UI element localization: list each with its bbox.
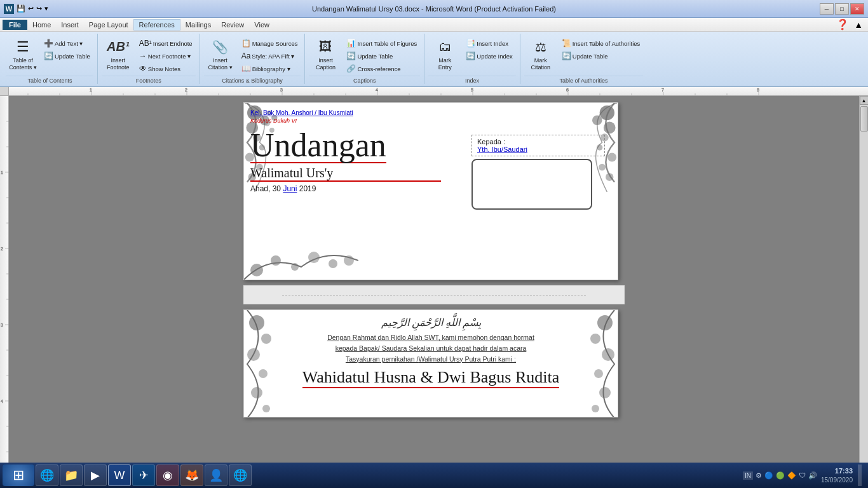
show-notes-btn[interactable]: 👁 Show Notes — [136, 63, 196, 74]
horizontal-ruler: 1 2 3 4 5 6 7 8 — [9, 87, 868, 96]
style-btn[interactable]: Aa Style: APA Fift ▾ — [238, 50, 301, 62]
svg-point-71 — [250, 264, 263, 276]
taskbar-media[interactable]: ▶ — [84, 464, 107, 486]
sys-icon-1: ⚙ — [756, 471, 762, 480]
menu-file[interactable]: File — [3, 20, 27, 30]
cross-reference-btn[interactable]: 🔗 Cross-reference — [343, 63, 420, 74]
svg-point-75 — [329, 259, 337, 268]
customize-btn[interactable]: ▾ — [44, 4, 48, 13]
arabic-text: بِسْمِ اللَّهِ الرَّحْمَنِ الرَّحِيم — [295, 316, 567, 329]
add-text-icon: ➕ — [44, 39, 53, 48]
vertical-scrollbar[interactable]: ▲ ▼ — [859, 96, 868, 472]
redo-btn[interactable]: ↪ — [36, 4, 42, 13]
kepada-label: Kepada : — [477, 138, 599, 146]
couple-names: Wahidatul Husna & Dwi Bagus Rudita — [302, 368, 559, 388]
scroll-thumb[interactable] — [860, 106, 868, 132]
taskbar-word[interactable]: W — [108, 464, 131, 486]
menu-pagelayout[interactable]: Page Layout — [84, 20, 133, 30]
menu-insert[interactable]: Insert — [56, 20, 84, 30]
svg-point-78 — [261, 334, 271, 344]
next-footnote-btn[interactable]: → Next Footnote ▾ — [136, 50, 196, 62]
svg-text:8: 8 — [757, 88, 759, 92]
group-toc-label: Table of Contents — [6, 76, 93, 84]
insert-caption-btn[interactable]: 🖼 InsertCaption — [309, 35, 342, 73]
separator-line — [282, 295, 586, 295]
svg-text:1: 1 — [1, 170, 3, 175]
svg-point-72 — [271, 255, 281, 266]
mark-citation-btn[interactable]: ⚖ MarkCitation — [524, 35, 557, 73]
style-icon: Aa — [241, 51, 251, 60]
sender-sub: Kedurus Dukuh VI — [250, 118, 441, 124]
clock-date: 15/09/2020 — [821, 476, 853, 484]
menu-review[interactable]: Review — [216, 20, 249, 30]
insert-citation-btn[interactable]: 📎 InsertCitation ▾ — [204, 35, 237, 73]
undo-btn[interactable]: ↩ — [28, 4, 34, 13]
next-footnote-icon: → — [139, 51, 147, 60]
invitation-date: Ahad, 30 Juni 2019 — [250, 184, 441, 193]
update-table-authorities-btn[interactable]: 🔄 Update Table — [559, 50, 644, 62]
menu-mailings[interactable]: Mailings — [180, 20, 216, 30]
ruler-container: 1 2 3 4 5 6 7 8 — [0, 87, 868, 96]
ribbon-toggle[interactable]: ▲ — [851, 20, 865, 30]
document-area[interactable]: Kel. Bpk Moh. Anshori / Ibu Kusmiati Ked… — [9, 96, 859, 472]
taskbar-person[interactable]: 👤 — [205, 464, 227, 486]
update-table-captions-btn[interactable]: 🔄 Update Table — [343, 50, 420, 62]
svg-text:4: 4 — [376, 88, 378, 92]
group-index-label: Index — [428, 76, 516, 84]
help-btn[interactable]: ❓ — [834, 18, 851, 30]
insert-endnote-btn[interactable]: AB¹ Insert Endnote — [136, 37, 196, 49]
quick-save[interactable]: 💾 — [17, 4, 25, 13]
document-pages: Kel. Bpk Moh. Anshori / Ibu Kusmiati Ked… — [243, 102, 625, 466]
menu-references[interactable]: References — [133, 19, 180, 30]
start-button[interactable]: ⊞ — [3, 464, 34, 486]
manage-sources-icon: 📋 — [241, 39, 251, 48]
table-of-contents-btn[interactable]: ☰ Table ofContents ▾ — [6, 35, 39, 73]
svg-point-76 — [344, 255, 354, 266]
maximize-button[interactable]: □ — [835, 3, 849, 15]
svg-point-68 — [607, 153, 616, 162]
sys-icon-6: 🔊 — [808, 471, 817, 480]
close-button[interactable]: ✕ — [850, 3, 864, 15]
sys-icon-5: 🛡 — [799, 471, 806, 479]
bibliography-btn[interactable]: 📖 Bibliography ▾ — [238, 63, 301, 74]
add-text-btn[interactable]: ➕ Add Text ▾ — [41, 37, 93, 49]
update-index-btn[interactable]: 🔄 Update Index — [463, 50, 516, 62]
sys-icon-3: 🟢 — [776, 471, 785, 480]
taskbar-explorer[interactable]: 📁 — [60, 464, 83, 486]
update-index-icon: 🔄 — [466, 51, 475, 60]
svg-text:5: 5 — [471, 88, 473, 92]
toc-icon: ☰ — [13, 37, 32, 56]
body-line1: Dengan Rahmat dan Ridlo Allah SWT, kami … — [327, 334, 534, 341]
update-captions-icon: 🔄 — [346, 51, 356, 60]
show-desktop-btn[interactable] — [858, 464, 862, 486]
taskbar-network[interactable]: 🌐 — [229, 464, 252, 486]
menu-home[interactable]: Home — [27, 20, 56, 30]
kepada-name: Yth. Ibu/Saudari — [477, 146, 599, 153]
scroll-up-arrow[interactable]: ▲ — [860, 96, 869, 105]
clock[interactable]: 17:33 15/09/2020 — [821, 466, 853, 484]
mark-entry-btn[interactable]: 🗂 MarkEntry — [428, 35, 461, 73]
taskbar-chrome[interactable]: ◉ — [156, 464, 179, 486]
manage-sources-btn[interactable]: 📋 Manage Sources — [238, 37, 301, 49]
taskbar-telegram[interactable]: ✈ — [132, 464, 155, 486]
insert-index-btn[interactable]: 📑 Insert Index — [463, 37, 516, 49]
body-line2: kepada Bapak/ Saudara Sekalian untuk dap… — [336, 344, 527, 352]
insert-authorities-btn[interactable]: 📜 Insert Table of Authorities — [559, 37, 644, 49]
update-table-toc-btn[interactable]: 🔄 Update Table — [41, 50, 93, 62]
taskbar-firefox[interactable]: 🦊 — [180, 464, 203, 486]
insert-index-icon: 📑 — [466, 39, 475, 48]
menu-view[interactable]: View — [249, 20, 275, 30]
taskbar-ie[interactable]: 🌐 — [36, 464, 58, 486]
page2-deco-left — [244, 310, 288, 417]
invitation-left-section: Kel. Bpk Moh. Anshori / Ibu Kusmiati Ked… — [250, 109, 441, 193]
minimize-button[interactable]: ─ — [820, 3, 834, 15]
svg-point-81 — [251, 387, 262, 398]
group-authorities: ⚖ MarkCitation 📜 Insert Table of Authori… — [520, 34, 648, 84]
insert-footnote-btn[interactable]: AB¹ InsertFootnote — [102, 35, 135, 73]
group-captions: 🖼 InsertCaption 📊 Insert Table of Figure… — [305, 34, 424, 84]
insert-table-figures-btn[interactable]: 📊 Insert Table of Figures — [343, 37, 420, 49]
svg-text:6: 6 — [566, 88, 569, 92]
bibliography-icon: 📖 — [241, 64, 251, 73]
group-toc: ☰ Table ofContents ▾ ➕ Add Text ▾ 🔄 Upda… — [3, 34, 98, 84]
invitation-subtitle: Walimatul Urs'y — [250, 166, 441, 182]
